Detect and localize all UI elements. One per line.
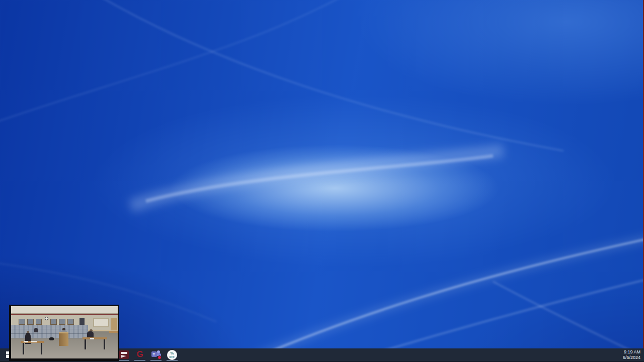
percent-off-icon: % OFF [167,350,177,360]
taskbar-clock[interactable]: 9:19 AM 6/5/2024 [623,348,640,361]
table-leg [104,339,105,349]
wall-picture [19,319,25,325]
taskbar-item-teams[interactable]: T [148,348,164,361]
table-leg [41,343,42,354]
projection-screen [93,318,109,327]
wall-picture [67,319,74,325]
door [111,318,117,330]
papers [90,338,94,339]
recorder-app-icon [119,350,129,359]
wall-picture [27,319,34,325]
teams-icon: T [151,350,162,359]
running-app-indicator [150,360,162,361]
taskbar-item-percent-off-app[interactable]: % OFF [164,348,180,361]
taskbar-app-icons: G T % OFF [116,348,180,361]
table-leg [23,343,24,354]
running-app-indicator [167,360,178,361]
floor-object [49,337,53,340]
table-leg [85,339,86,349]
g-letter-icon: G [136,350,143,358]
wall-clock [45,317,48,320]
taskbar-item-g-app[interactable]: G [132,348,148,361]
teams-status-badge [157,355,162,359]
papers [24,341,28,342]
wall-picture [36,319,42,325]
audience-chairs [11,325,88,338]
podium [59,332,68,346]
wall-accent-stripe [11,314,118,316]
wall-picture [50,319,57,325]
wall-picture [59,319,65,325]
room-ceiling [11,306,118,314]
desktop-screen: G T % OFF 9:19 AM [0,0,644,362]
seated-person [87,331,94,337]
meeting-room-scene [11,306,118,358]
clock-date: 6/5/2024 [623,355,640,360]
running-app-indicator [118,360,129,361]
side-table [109,331,118,333]
seated-attendee [34,328,38,332]
clock-time: 9:19 AM [623,349,640,355]
running-app-indicator [134,360,145,361]
meeting-room-video-preview[interactable] [9,305,119,361]
papers [31,341,37,342]
